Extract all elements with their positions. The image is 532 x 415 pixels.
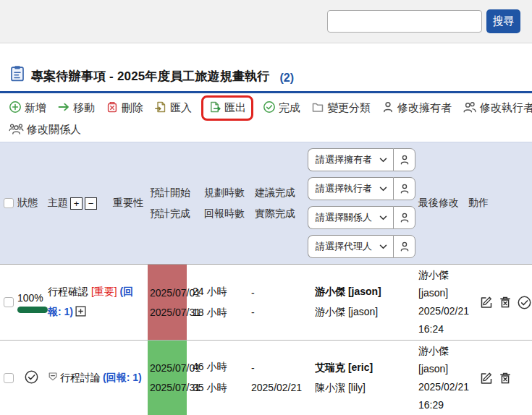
modified-by: 游小傑 [jason]	[418, 269, 449, 299]
row-actions	[472, 371, 532, 385]
stakeholder-select[interactable]: 請選擇關係人	[308, 206, 393, 229]
chevron-down-icon	[379, 187, 387, 192]
progress-percent: 100%	[17, 292, 43, 304]
task-subject-link[interactable]: 行程討論	[60, 372, 101, 385]
agent-select[interactable]: 請選擇代理人	[308, 235, 393, 258]
last-modified-cell: 游小傑 [jason] 2025/02/21 16:29	[415, 342, 469, 414]
row-actions	[472, 295, 532, 310]
person-icon	[399, 212, 410, 223]
modify-executor-button-label: 修改執行者	[480, 101, 532, 115]
modified-time: 2025/02/21 16:29	[418, 381, 469, 411]
planned-dates-cell-overdue: 2025/07/01 2025/07/31	[148, 265, 187, 340]
executor-name: 游小傑 [jason]	[315, 306, 415, 319]
planned-start-date: 2025/07/01	[150, 362, 187, 374]
reported-hours-header: 回報時數	[204, 208, 248, 221]
finish-column-header: 建議完成 實際完成	[248, 187, 305, 221]
subject-header-label: 主題	[48, 197, 68, 210]
export-button-highlighted[interactable]: 匯出	[201, 95, 253, 121]
delete-icon[interactable]	[498, 295, 512, 309]
search-input[interactable]	[327, 10, 482, 33]
owner-filter: 請選擇擁有者	[308, 148, 415, 171]
action-column-header: 動作	[468, 197, 532, 210]
import-document-icon	[154, 100, 167, 116]
last-modified-column-header: 最後修改	[415, 197, 472, 210]
people-cell: 艾瑞克 [eric] 陳小潔 [lily]	[305, 361, 415, 395]
executor-name: 陳小潔 [lily]	[315, 382, 415, 395]
import-button[interactable]: 匯入	[154, 100, 192, 116]
progress-bar	[17, 307, 48, 313]
status-column-header: 狀態	[16, 197, 46, 210]
chevron-down-icon	[379, 244, 387, 249]
people-filter-column: 請選擇擁有者 請選擇執行者 請選擇關係人	[305, 148, 415, 258]
complete-button-label: 完成	[279, 101, 300, 115]
actual-finish-value: -	[251, 307, 305, 318]
toolbar: 新增 移動 刪除	[0, 93, 532, 142]
importance-column-header: 重要性	[111, 197, 146, 210]
planned-hours-value: 46 小時	[193, 361, 248, 374]
move-button[interactable]: 移動	[57, 100, 95, 116]
row-checkbox[interactable]	[4, 297, 14, 307]
planned-dates-column-header: 預計開始 預計完成	[146, 187, 187, 221]
plus-circle-icon	[9, 100, 22, 116]
executor-picker-button[interactable]	[393, 177, 415, 200]
toolbar-line-2: 修改關係人	[9, 119, 523, 140]
owner-picker-button[interactable]	[393, 148, 415, 171]
chevron-down-icon	[379, 215, 387, 221]
planned-finish-header: 預計完成	[150, 208, 187, 221]
completed-status-icon	[24, 369, 39, 387]
project-todo-page: 搜尋 專案待辦事項 - 2025年度員工旅遊規畫執行 (2)	[0, 0, 532, 415]
add-button[interactable]: 新增	[9, 100, 46, 116]
expand-row-icon[interactable]	[75, 303, 86, 323]
subject-column-header: 主題 + −	[46, 197, 111, 210]
planned-hours-header: 規劃時數	[204, 187, 248, 200]
person-icon	[399, 183, 410, 194]
export-document-icon	[208, 100, 221, 116]
edit-icon[interactable]	[479, 371, 494, 385]
search-button[interactable]: 搜尋	[486, 9, 520, 33]
modify-stakeholder-button[interactable]: 修改關係人	[9, 122, 81, 137]
delete-icon[interactable]	[498, 371, 512, 385]
planned-finish-date: 2025/07/31	[150, 307, 187, 318]
complete-button[interactable]: 完成	[263, 100, 300, 116]
two-person-icon	[463, 100, 477, 116]
clipboard-icon	[10, 65, 25, 85]
import-button-label: 匯入	[170, 101, 192, 115]
owner-select[interactable]: 請選擇擁有者	[308, 148, 393, 171]
delete-button-label: 刪除	[122, 101, 143, 115]
complete-icon[interactable]	[517, 295, 532, 310]
modified-by: 游小傑 [jason]	[418, 345, 449, 375]
change-category-button-label: 變更分類	[327, 101, 371, 115]
row-checkbox[interactable]	[4, 373, 14, 383]
planned-finish-date: 2025/07/31	[150, 382, 187, 393]
planned-hours-value: 24 小時	[193, 286, 248, 299]
subject-cell: 行程討論(回報: 1)	[46, 372, 146, 385]
collapse-all-button[interactable]: −	[85, 197, 97, 210]
stakeholder-picker-button[interactable]	[393, 206, 415, 229]
delete-button[interactable]: 刪除	[106, 100, 143, 116]
move-button-label: 移動	[73, 101, 95, 115]
modify-executor-button[interactable]: 修改執行者	[463, 100, 532, 116]
agent-picker-button[interactable]	[393, 235, 415, 258]
check-circle-icon	[263, 100, 276, 116]
select-all-checkbox[interactable]	[4, 198, 14, 208]
stakeholder-select-value: 請選擇關係人	[316, 211, 372, 224]
task-subject-link[interactable]: 行程確認	[48, 286, 88, 297]
progress-cell: 100%	[16, 292, 46, 313]
person-icon	[399, 154, 410, 166]
edit-icon[interactable]	[479, 295, 494, 309]
table-row: 100% 行程確認 [重要] (回報: 1) 2025/07/01 2025/0…	[0, 264, 532, 340]
modify-owner-button[interactable]: 修改擁有者	[381, 100, 452, 116]
agent-filter: 請選擇代理人	[308, 235, 415, 258]
important-tag: [重要]	[91, 286, 117, 297]
collapse-pennant-icon[interactable]	[48, 372, 58, 384]
owner-name: 艾瑞克 [eric]	[315, 361, 415, 375]
group-icon	[9, 122, 24, 137]
status-cell	[16, 369, 46, 387]
executor-select[interactable]: 請選擇執行者	[308, 177, 393, 200]
reported-hours-value: 35 小時	[193, 382, 248, 395]
report-count-link[interactable]: (回報: 1)	[103, 372, 142, 385]
people-cell: 游小傑 [jason] 游小傑 [jason]	[305, 286, 415, 319]
person-icon	[399, 241, 410, 252]
expand-all-button[interactable]: +	[70, 197, 83, 210]
change-category-button[interactable]: 變更分類	[311, 100, 371, 116]
